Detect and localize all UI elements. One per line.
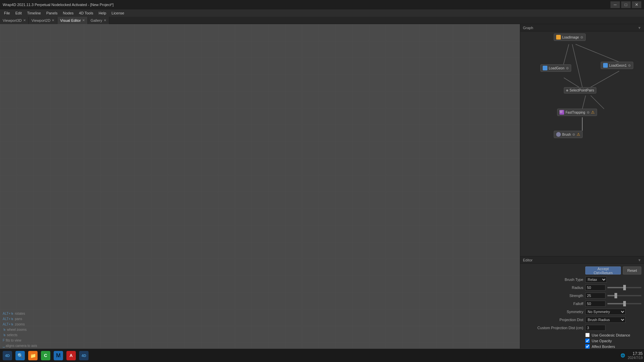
titlebar-controls: ─ □ ✕ bbox=[610, 1, 641, 8]
node-loadgeon[interactable]: LoadGeon ⚙ bbox=[540, 64, 571, 72]
menu-edit[interactable]: Edit bbox=[13, 10, 24, 16]
viewport-info-pans: ALT+🖱 pans bbox=[3, 316, 37, 322]
node-loadimage[interactable]: LoadImage ⚙ bbox=[554, 34, 586, 41]
tab-gallery[interactable]: Gallery ✕ bbox=[88, 17, 109, 24]
taskbar: 4D 🔍 📁 C M A 4D 🌐 17:35 2024/7/19 bbox=[0, 349, 644, 362]
node-loadgeon-label: LoadGeon bbox=[549, 66, 565, 70]
radius-input[interactable] bbox=[585, 285, 605, 291]
graph-title: Graph bbox=[523, 26, 533, 30]
close-button[interactable]: ✕ bbox=[632, 1, 641, 8]
viewport-info-zooms: ALT+🖱 zooms bbox=[3, 322, 37, 327]
app-c-icon: C bbox=[41, 351, 50, 360]
editor-title: Editor bbox=[523, 258, 533, 262]
fasttrapping-warning-icon: ⚠ bbox=[591, 110, 595, 115]
tab-close-visual-editor[interactable]: ✕ bbox=[82, 18, 85, 22]
strength-slider-track[interactable] bbox=[607, 295, 641, 296]
custom-projection-label: Custom Projection Dist (cm) bbox=[523, 326, 583, 330]
tab-close-viewport3d[interactable]: ✕ bbox=[23, 18, 26, 22]
taskbar-right: 🌐 17:35 2024/7/19 bbox=[621, 351, 643, 360]
brush-type-row: Brush Type Relax Smooth Pull Push bbox=[523, 277, 641, 283]
falloff-slider-track[interactable] bbox=[607, 303, 641, 304]
use-opacity-label[interactable]: Use Opacity bbox=[592, 339, 612, 343]
falloff-slider-container bbox=[607, 303, 641, 304]
affect-borders-checkbox[interactable] bbox=[585, 344, 590, 349]
symmetry-select[interactable]: No Symmetry X Y Z bbox=[585, 309, 626, 315]
brush-type-select[interactable]: Relax Smooth Pull Push bbox=[585, 277, 607, 283]
radius-slider-track[interactable] bbox=[607, 287, 641, 288]
menu-license[interactable]: License bbox=[109, 10, 127, 16]
node-loadgeon1[interactable]: LoadGeon1 ⚙ bbox=[601, 62, 633, 69]
node-loadimage-settings[interactable]: ⚙ bbox=[580, 36, 583, 39]
brush-warning-icon: ⚠ bbox=[577, 132, 580, 137]
strength-input[interactable] bbox=[585, 293, 605, 299]
menu-4dtools[interactable]: 4D Tools bbox=[76, 10, 96, 16]
falloff-input[interactable] bbox=[585, 301, 605, 307]
strength-slider-thumb[interactable] bbox=[614, 293, 617, 298]
menu-panels[interactable]: Panels bbox=[44, 10, 60, 16]
taskbar-network-icon: 🌐 bbox=[621, 353, 625, 358]
taskbar-app-c[interactable]: C bbox=[40, 350, 52, 362]
svg-line-3 bbox=[564, 78, 579, 87]
tab-viewport3d[interactable]: Viewport3D ✕ bbox=[0, 17, 29, 24]
viewport[interactable]: ALT+🖱 rotates ALT+🖱 pans ALT+🖱 zooms 🖱 w… bbox=[0, 24, 520, 350]
use-geodesic-label[interactable]: Use Geodesic Distance bbox=[592, 333, 630, 337]
svg-line-2 bbox=[572, 44, 582, 87]
falloff-row: Falloff bbox=[523, 301, 641, 307]
taskbar-folder[interactable]: 📁 bbox=[27, 350, 39, 362]
node-fasttrapping[interactable]: W FastTrapping ⚙ ⚠ bbox=[557, 109, 597, 116]
graph-area[interactable]: Graph ▼ bbox=[520, 24, 644, 256]
loadgeon1-icon bbox=[603, 63, 608, 68]
affect-borders-label[interactable]: Affect Borders bbox=[592, 345, 615, 349]
menu-nodes[interactable]: Nodes bbox=[60, 10, 76, 16]
projection-dist-select[interactable]: Brush Radius Custom bbox=[585, 317, 626, 323]
fasttrapping-icon: W bbox=[559, 110, 564, 115]
accept-button[interactable]: Accept Ctrl+Return bbox=[585, 266, 621, 275]
reset-button[interactable]: Reset bbox=[623, 266, 641, 275]
taskbar-app-a[interactable]: A bbox=[65, 350, 77, 362]
node-brush[interactable]: Brush ⚙ ⚠ bbox=[554, 131, 583, 138]
app-m-icon: M bbox=[54, 351, 63, 360]
taskbar-wrap4d[interactable]: 4D bbox=[1, 350, 13, 362]
tab-viewport2d[interactable]: Viewport2D ✕ bbox=[29, 17, 58, 24]
viewport-info-selects: 🖱 selects bbox=[3, 333, 37, 338]
use-geodesic-checkbox[interactable] bbox=[585, 333, 590, 337]
custom-projection-row: Custom Projection Dist (cm) bbox=[523, 325, 641, 331]
taskbar-app-m[interactable]: M bbox=[52, 350, 64, 362]
menu-help[interactable]: Help bbox=[96, 10, 109, 16]
svg-line-7 bbox=[591, 96, 604, 109]
menu-file[interactable]: File bbox=[1, 10, 13, 16]
tab-close-gallery[interactable]: ✕ bbox=[104, 18, 106, 22]
loadgeon-icon bbox=[543, 66, 547, 70]
node-loadgeon1-settings[interactable]: ⚙ bbox=[628, 64, 631, 67]
editor-area: Editor ▼ Accept Ctrl+Return Reset Brush … bbox=[520, 256, 644, 350]
node-selectpointpairs[interactable]: SelectPointPairs bbox=[564, 87, 596, 94]
use-opacity-checkbox[interactable] bbox=[585, 339, 590, 343]
use-geodesic-row: Use Geodesic Distance bbox=[585, 333, 641, 337]
taskbar-search[interactable]: 🔍 bbox=[14, 350, 26, 362]
editor-content: Accept Ctrl+Return Reset Brush Type Rela… bbox=[520, 264, 644, 361]
graph-collapse-icon[interactable]: ▼ bbox=[638, 26, 641, 30]
tabbar: Viewport3D ✕ Viewport2D ✕ Visual Editor … bbox=[0, 17, 644, 24]
tab-visual-editor[interactable]: Visual Editor ✕ bbox=[57, 17, 88, 24]
radius-slider-thumb[interactable] bbox=[623, 285, 626, 290]
node-connections bbox=[520, 24, 644, 256]
titlebar: Wrap4D 2021.11.3 Perpetual Nodelocked Ac… bbox=[0, 0, 644, 9]
tab-close-viewport2d[interactable]: ✕ bbox=[52, 18, 54, 22]
symmetry-label: Symmetry bbox=[523, 310, 583, 314]
node-fasttrapping-settings[interactable]: ⚙ bbox=[587, 111, 590, 114]
node-brush-settings[interactable]: ⚙ bbox=[572, 133, 575, 136]
menu-timeline[interactable]: Timeline bbox=[24, 10, 44, 16]
node-loadgeon-settings[interactable]: ⚙ bbox=[566, 66, 569, 70]
minimize-button[interactable]: ─ bbox=[610, 1, 620, 8]
brush-type-label: Brush Type bbox=[523, 278, 583, 282]
custom-projection-input[interactable] bbox=[585, 325, 605, 331]
falloff-slider-thumb[interactable] bbox=[623, 301, 626, 306]
maximize-button[interactable]: □ bbox=[621, 1, 631, 8]
node-fasttrapping-label: FastTrapping bbox=[566, 111, 585, 114]
brush-icon bbox=[556, 132, 561, 137]
editor-collapse-icon[interactable]: ▼ bbox=[638, 258, 641, 262]
taskbar-4d[interactable]: 4D bbox=[78, 350, 90, 362]
clock-date: 2024/7/19 bbox=[628, 356, 643, 360]
svg-line-1 bbox=[576, 44, 621, 63]
strength-slider-container bbox=[607, 295, 641, 296]
